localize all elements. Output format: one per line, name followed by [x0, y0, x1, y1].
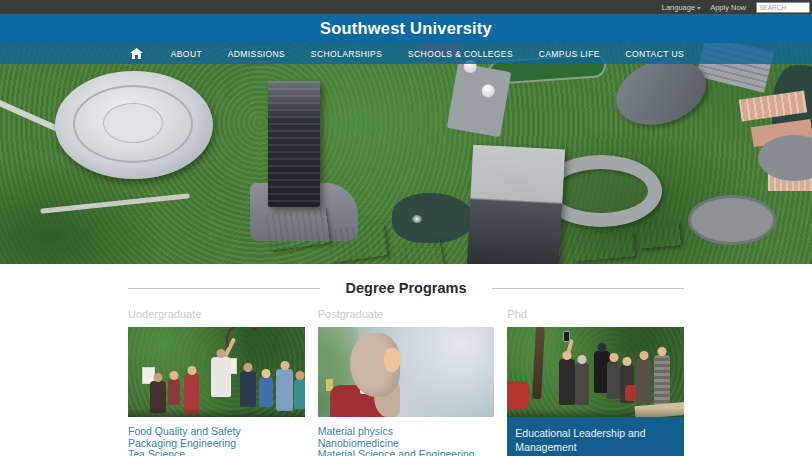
site-title: Southwest University	[320, 19, 492, 38]
site-header: Southwest University	[0, 14, 812, 43]
campus-road	[40, 193, 190, 214]
section-title: Degree Programs	[320, 280, 493, 296]
person-striped-shirt	[654, 355, 670, 405]
apply-now-label: Apply Now	[710, 3, 746, 12]
top-utility-bar: Language ▾ Apply Now	[0, 0, 812, 14]
face	[384, 348, 401, 372]
language-menu[interactable]: Language ▾	[662, 3, 700, 12]
program-link[interactable]: Food Quality and Safety	[128, 426, 305, 438]
phone	[563, 331, 570, 342]
language-label: Language	[662, 3, 695, 12]
nav-item-scholarships[interactable]: SCHOLARSHIPS	[309, 45, 384, 63]
section-heading-row: Degree Programs	[128, 280, 684, 296]
ground-shadow	[128, 408, 305, 417]
person-hat	[575, 363, 589, 405]
campus-pond	[392, 193, 474, 243]
haze	[388, 327, 494, 417]
nav-item-contact-us[interactable]: CONTACT US	[624, 45, 686, 63]
nav-item-about[interactable]: ABOUT	[169, 45, 204, 63]
heading-rule-left	[128, 288, 320, 289]
slab-building	[467, 145, 565, 264]
apartment-block	[571, 230, 635, 261]
stadium-roof-center	[103, 103, 163, 143]
program-list: Food Quality and Safety Packaging Engine…	[128, 426, 305, 456]
apartment-block	[328, 223, 388, 262]
card-undergraduate: Undergraduate Food Quality and Saf	[128, 308, 305, 456]
ground-shadow	[507, 408, 684, 417]
round-building	[758, 135, 812, 181]
observatory-building	[447, 63, 512, 137]
person	[276, 369, 293, 411]
program-link[interactable]: Material Science and Engineering	[318, 449, 495, 456]
round-building	[688, 195, 776, 245]
phd-highlight-panel: Educational Leadership and Management Fo…	[507, 417, 684, 456]
program-cards-row: Undergraduate Food Quality and Saf	[128, 308, 684, 456]
undergraduate-photo-students-outdoors[interactable]	[128, 327, 305, 417]
observatory-dome	[481, 83, 496, 98]
main-navbar: ABOUT ADMISSIONS SCHOLARSHIPS SCHOOLS & …	[0, 43, 812, 64]
highrise-tower	[268, 81, 320, 207]
person	[294, 379, 305, 409]
nav-item-schools-colleges[interactable]: SCHOOLS & COLLEGES	[406, 45, 515, 63]
program-list: Material physics Nanobiomedicine Materia…	[318, 426, 495, 456]
tower-windows	[268, 81, 320, 207]
person-selfie	[559, 359, 575, 405]
home-icon	[130, 48, 143, 59]
card-phd: Phd Educational Leadership and Managemen…	[507, 308, 684, 456]
person	[636, 359, 651, 403]
red-car	[507, 381, 529, 409]
person	[607, 361, 620, 399]
degree-programs-section: Degree Programs Undergraduate	[0, 264, 812, 456]
program-link[interactable]: Tea Science	[128, 449, 305, 456]
hero-campus-aerial-photo: ABOUT ADMISSIONS SCHOLARSHIPS SCHOOLS & …	[0, 43, 812, 264]
search-input[interactable]	[756, 2, 810, 13]
apartment-block	[637, 221, 681, 249]
home-button[interactable]	[126, 46, 147, 61]
person	[168, 379, 180, 405]
program-link[interactable]: Educational Leadership and Management	[515, 426, 676, 454]
apply-now-link[interactable]: Apply Now	[710, 3, 746, 12]
caret-down-icon: ▾	[697, 4, 700, 11]
apartment-block	[386, 239, 444, 264]
card-label: Phd	[507, 308, 684, 320]
person-white-shirt	[211, 357, 231, 397]
tree-trunk	[532, 327, 545, 399]
nav-item-admissions[interactable]: ADMISSIONS	[226, 45, 287, 63]
ribbon-whip	[214, 327, 274, 351]
apartment-block	[266, 207, 330, 251]
stadium-dome	[55, 71, 213, 179]
person	[259, 377, 273, 407]
card-label: Postgraduate	[318, 308, 495, 320]
phd-photo-students-selfie[interactable]	[507, 327, 684, 417]
person	[240, 371, 256, 407]
card-postgraduate: Postgraduate Material physics Nanobiomed…	[318, 308, 495, 456]
fountain	[412, 215, 422, 223]
heading-rule-right	[492, 288, 684, 289]
program-link[interactable]: Material physics	[318, 426, 495, 438]
postgraduate-photo-student-hijab[interactable]	[318, 327, 495, 417]
card-label: Undergraduate	[128, 308, 305, 320]
nav-item-campus-life[interactable]: CAMPUS LIFE	[537, 45, 602, 63]
